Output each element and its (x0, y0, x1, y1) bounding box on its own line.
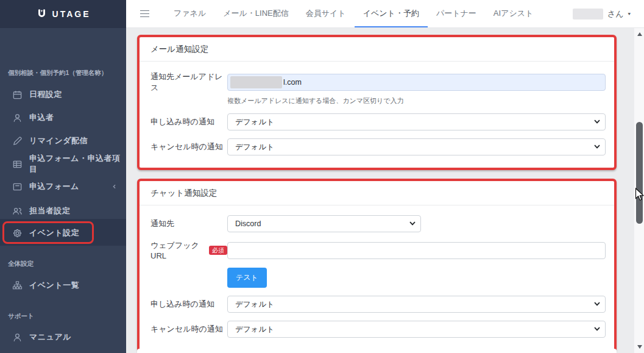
sidebar-item-schedule[interactable]: 日程設定 (0, 87, 126, 102)
nav-item-partner[interactable]: パートナー (428, 0, 485, 27)
chat-on-cancel-label: キャンセル時の通知 (150, 324, 227, 335)
sidebar-item-staff-settings[interactable]: 担当者設定 (0, 203, 126, 219)
chat-notification-card: チャット通知設定 通知先 Discord ウェブフックURL 必須 (137, 179, 617, 352)
sidebar-item-form-fields[interactable]: 申込フォーム・申込者項目 (0, 156, 126, 172)
scrollbar-thumb[interactable] (636, 122, 643, 224)
user-suffix: さん (607, 9, 624, 20)
main-nav: ファネル メール・LINE配信 会員サイト イベント・予約 パートナー AIアシ… (165, 0, 542, 27)
top-navbar: UTAGE ファネル メール・LINE配信 会員サイト イベント・予約 パートナ… (0, 0, 644, 28)
test-button[interactable]: テスト (227, 268, 267, 288)
utage-logo-icon (36, 9, 48, 20)
pencil-icon (12, 136, 23, 146)
person-icon (12, 332, 23, 343)
caret-down-icon: ▾ (628, 12, 631, 16)
sidebar-item-event-list[interactable]: イベント一覧 (0, 277, 126, 293)
email-label: 通知先メールアドレス (150, 71, 227, 93)
nav-item-mail-line[interactable]: メール・LINE配信 (214, 0, 297, 27)
main-content: メール通知設定 通知先メールアドレス l.com 複数メールアドレスに通知する場… (126, 28, 634, 353)
chevron-down-icon (594, 327, 600, 331)
chat-destination-select[interactable]: Discord (227, 215, 421, 232)
sidebar: 個別相談・個別予約1（管理名称） 日程設定 申込者 リマインダ配信 申込フ (0, 28, 126, 353)
scroll-down-arrow[interactable] (634, 343, 644, 351)
form-icon (12, 182, 23, 192)
person-icon (12, 113, 23, 123)
email-visible-part: l.com (283, 78, 302, 87)
webhook-label-text: ウェブフックURL (150, 240, 206, 260)
user-menu[interactable]: さん ▾ (573, 0, 644, 27)
mail-on-cancel-label: キャンセル時の通知 (150, 141, 227, 152)
mail-on-cancel-select[interactable]: デフォルト (227, 138, 606, 155)
mail-card-title: メール通知設定 (140, 37, 614, 62)
sidebar-section-support: サポート (8, 312, 34, 321)
notification-email-input[interactable]: l.com (227, 74, 606, 91)
chat-on-apply-select[interactable]: デフォルト (227, 296, 606, 313)
nav-item-funnel[interactable]: ファネル (165, 0, 214, 27)
sitemap-icon (12, 280, 23, 291)
chat-destination-value: Discord (235, 219, 261, 228)
chat-on-apply-value: デフォルト (235, 299, 274, 310)
sidebar-group-title: 個別相談・個別予約1（管理名称） (8, 69, 107, 77)
calendar-icon (12, 90, 23, 100)
scroll-up-arrow[interactable] (634, 30, 644, 38)
gear-icon (12, 228, 23, 238)
app-logo-text: UTAGE (52, 9, 91, 19)
nav-item-ai-assist[interactable]: AIアシスト (485, 0, 542, 27)
email-redacted-part (230, 76, 282, 88)
menu-toggle-icon[interactable] (140, 10, 149, 18)
sidebar-item-event-settings[interactable]: イベント設定 (0, 225, 126, 241)
vertical-scrollbar[interactable] (634, 28, 644, 353)
required-badge: 必須 (209, 246, 227, 255)
table-icon (12, 159, 23, 169)
chevron-down-icon (409, 221, 416, 226)
mail-on-apply-select[interactable]: デフォルト (227, 113, 606, 130)
sidebar-item-application-form[interactable]: 申込フォーム (0, 179, 126, 194)
mail-on-cancel-value: デフォルト (235, 142, 274, 152)
next-section-card-edge (137, 349, 617, 353)
chat-destination-label: 通知先 (150, 218, 227, 229)
nav-item-event-reservation[interactable]: イベント・予約 (355, 0, 428, 27)
sidebar-item-applicants[interactable]: 申込者 (0, 110, 126, 126)
mail-on-apply-value: デフォルト (235, 117, 274, 127)
sidebar-item-manual[interactable]: マニュアル (0, 329, 126, 345)
chevron-down-icon (594, 119, 600, 124)
chat-on-cancel-value: デフォルト (235, 324, 274, 335)
user-name-redacted (573, 9, 603, 20)
nav-item-member-site[interactable]: 会員サイト (297, 0, 355, 27)
chat-on-apply-label: 申し込み時の通知 (150, 299, 227, 310)
chevron-down-icon (594, 302, 600, 306)
mail-on-apply-label: 申し込み時の通知 (150, 116, 227, 127)
chevron-down-icon (594, 144, 600, 149)
sidebar-section-global: 全体設定 (8, 260, 34, 268)
chat-card-title: チャット通知設定 (140, 181, 614, 205)
app-logo[interactable]: UTAGE (0, 0, 126, 28)
people-icon (12, 206, 23, 216)
mail-notification-card: メール通知設定 通知先メールアドレス l.com 複数メールアドレスに通知する場… (137, 35, 617, 170)
webhook-url-input[interactable] (227, 242, 606, 259)
chevron-left-icon (111, 184, 118, 190)
chat-on-cancel-select[interactable]: デフォルト (227, 321, 606, 338)
email-helper-text: 複数メールアドレスに通知する場合、カンマ区切りで入力 (227, 96, 606, 105)
webhook-url-label: ウェブフックURL 必須 (150, 240, 227, 260)
sidebar-item-reminder[interactable]: リマインダ配信 (0, 133, 126, 149)
